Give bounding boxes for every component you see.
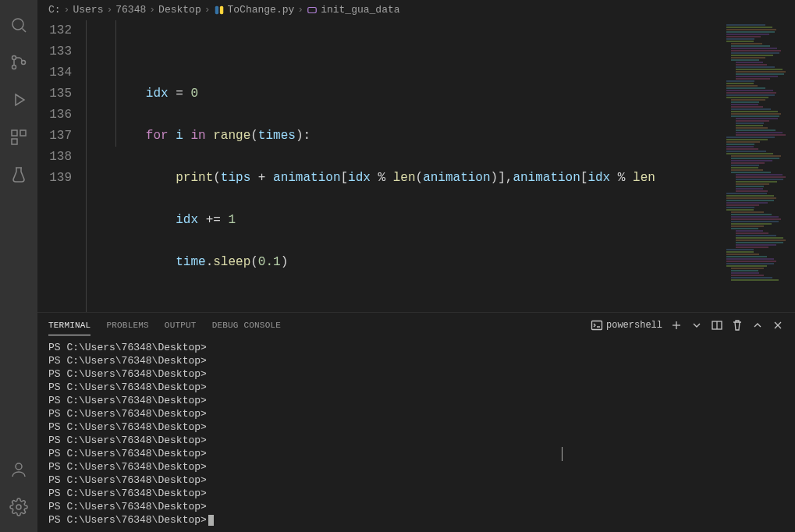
- close-panel-button[interactable]: [772, 319, 784, 332]
- terminal-cursor: [208, 515, 214, 526]
- line-number: 137: [37, 126, 72, 147]
- terminal-line: PS C:\Users\76348\Desktop>: [48, 473, 784, 487]
- svg-rect-14: [308, 7, 317, 12]
- line-number: 135: [37, 83, 72, 105]
- svg-rect-6: [12, 130, 17, 136]
- app-root: C:› Users› 76348› Desktop› ToChange.py› …: [0, 0, 795, 532]
- svg-point-3: [12, 66, 16, 69]
- svg-rect-7: [20, 130, 26, 136]
- split-terminal-dropdown[interactable]: [690, 319, 703, 332]
- terminal-line: PS C:\Users\76348\Desktop>: [48, 394, 784, 407]
- code-content[interactable]: idx = 0 for i in range(times): print(tip…: [86, 20, 725, 312]
- terminal-line: PS C:\Users\76348\Desktop>: [48, 354, 784, 367]
- svg-rect-13: [219, 5, 222, 14]
- breadcrumb-symbol[interactable]: init_gua_data: [307, 4, 399, 16]
- terminal-line: PS C:\Users\76348\Desktop>: [48, 487, 784, 500]
- line-number: 133: [37, 41, 72, 62]
- svg-rect-8: [12, 139, 17, 144]
- chevron-down-icon: [690, 319, 703, 332]
- split-horizontal-icon: [711, 319, 723, 332]
- kill-terminal-button[interactable]: [731, 319, 744, 332]
- terminal-line: PS C:\Users\76348\Desktop>: [48, 513, 784, 527]
- chevron-up-icon: [751, 319, 764, 332]
- maximize-panel-button[interactable]: [751, 319, 764, 332]
- new-terminal-button[interactable]: [670, 319, 683, 332]
- activity-bar: [0, 0, 37, 532]
- minimap[interactable]: [725, 20, 795, 312]
- line-number: 132: [37, 20, 72, 41]
- source-control-icon[interactable]: [0, 44, 37, 81]
- trash-icon: [731, 319, 744, 332]
- breadcrumb-file[interactable]: ToChange.py›: [214, 4, 304, 16]
- editor[interactable]: 132133134135136137138139 idx = 0 for i i…: [37, 20, 795, 312]
- terminal-line: PS C:\Users\76348\Desktop>: [48, 420, 784, 434]
- line-number: 134: [37, 62, 72, 83]
- breadcrumb[interactable]: C:› Users› 76348› Desktop› ToChange.py› …: [37, 0, 795, 20]
- testing-icon[interactable]: [0, 156, 37, 193]
- main-area: C:› Users› 76348› Desktop› ToChange.py› …: [37, 0, 795, 532]
- terminal-icon: [591, 319, 603, 332]
- terminal-line: PS C:\Users\76348\Desktop>: [48, 434, 784, 447]
- search-icon[interactable]: [0, 6, 37, 44]
- svg-point-10: [16, 463, 22, 470]
- tab-problems[interactable]: PROBLEMS: [106, 316, 148, 335]
- terminal-output[interactable]: PS C:\Users\76348\Desktop>PS C:\Users\76…: [37, 338, 795, 532]
- svg-rect-12: [215, 5, 218, 14]
- breadcrumb-segment[interactable]: Users›: [73, 4, 112, 16]
- run-debug-icon[interactable]: [0, 81, 37, 119]
- svg-point-4: [22, 61, 26, 65]
- terminal-line: PS C:\Users\76348\Desktop>: [48, 407, 784, 420]
- python-file-icon: [214, 5, 225, 16]
- tab-output[interactable]: OUTPUT: [165, 316, 197, 335]
- tab-terminal[interactable]: TERMINAL: [48, 316, 91, 335]
- terminal-line: PS C:\Users\76348\Desktop>: [48, 341, 784, 354]
- text-cursor-icon: [562, 447, 563, 461]
- terminal-shell-selector[interactable]: powershell: [591, 319, 662, 332]
- svg-point-0: [12, 19, 23, 30]
- breadcrumb-segment[interactable]: 76348›: [115, 4, 155, 16]
- settings-gear-icon[interactable]: [0, 488, 37, 526]
- line-number: 139: [37, 168, 72, 189]
- breadcrumb-segment[interactable]: Desktop›: [158, 4, 210, 16]
- extensions-icon[interactable]: [0, 119, 37, 156]
- bottom-panel: TERMINAL PROBLEMS OUTPUT DEBUG CONSOLE p…: [37, 312, 795, 532]
- svg-point-11: [16, 505, 21, 509]
- line-number: 138: [37, 147, 72, 168]
- terminal-line: PS C:\Users\76348\Desktop>: [48, 460, 784, 473]
- close-icon: [772, 319, 784, 332]
- terminal-line: PS C:\Users\76348\Desktop>: [48, 447, 784, 460]
- svg-rect-15: [591, 321, 602, 330]
- symbol-method-icon: [307, 5, 318, 16]
- accounts-icon[interactable]: [0, 451, 37, 488]
- plus-icon: [670, 319, 683, 332]
- line-number: 136: [37, 105, 72, 126]
- panel-tabs: TERMINAL PROBLEMS OUTPUT DEBUG CONSOLE p…: [37, 313, 795, 338]
- split-terminal-button[interactable]: [711, 319, 723, 332]
- svg-point-2: [12, 56, 16, 60]
- breadcrumb-segment[interactable]: C:›: [48, 4, 69, 16]
- tab-debug-console[interactable]: DEBUG CONSOLE: [212, 316, 281, 335]
- terminal-line: PS C:\Users\76348\Desktop>: [48, 367, 784, 381]
- svg-line-1: [23, 29, 27, 33]
- line-number-gutter: 132133134135136137138139: [37, 20, 86, 312]
- svg-marker-5: [16, 94, 24, 105]
- terminal-line: PS C:\Users\76348\Desktop>: [48, 381, 784, 394]
- terminal-line: PS C:\Users\76348\Desktop>: [48, 500, 784, 513]
